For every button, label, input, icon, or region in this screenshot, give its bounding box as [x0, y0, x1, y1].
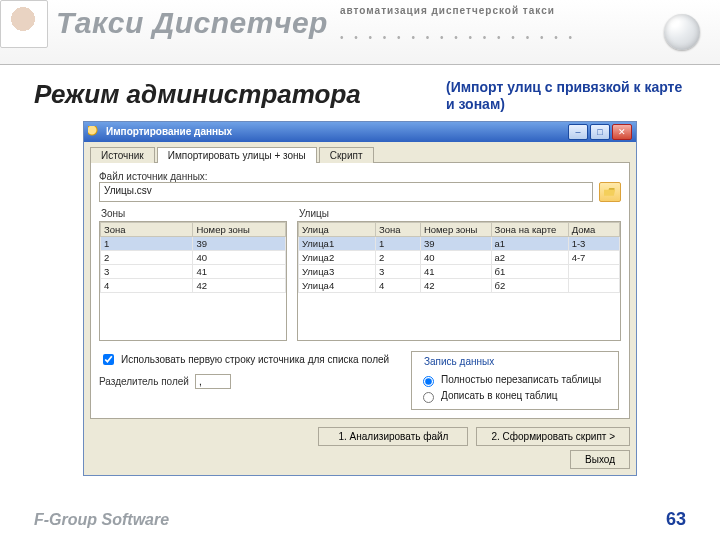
brand-tagline: автоматизация диспетчерской такси: [340, 5, 555, 16]
tab-script[interactable]: Скрипт: [319, 147, 374, 163]
analyze-button[interactable]: 1. Анализировать файл: [318, 427, 468, 446]
build-script-button[interactable]: 2. Сформировать скрипт >: [476, 427, 630, 446]
open-file-button[interactable]: [599, 182, 621, 202]
streets-col-houses[interactable]: Дома: [568, 222, 619, 236]
table-row[interactable]: Улица2240a24-7: [298, 250, 619, 264]
radio-append-row[interactable]: Дописать в конец таблиц: [418, 389, 610, 403]
streets-col-number[interactable]: Номер зоны: [420, 222, 491, 236]
window-icon: [88, 126, 100, 138]
firstrow-label: Использовать первую строку источника для…: [121, 354, 389, 365]
write-mode-group: Запись данных Полностью перезаписать таб…: [411, 351, 619, 410]
zones-col-zone[interactable]: Зона: [101, 222, 193, 236]
tab-import-streets-zones[interactable]: Импортировать улицы + зоны: [157, 147, 317, 163]
streets-table[interactable]: Улица Зона Номер зоны Зона на карте Дома…: [298, 222, 620, 293]
app-header: Такси Диспетчер автоматизация диспетчерс…: [0, 0, 720, 65]
zones-table-box: Зоны Зона Номер зоны 139 240 341 44: [99, 208, 287, 341]
table-row[interactable]: 442: [101, 278, 286, 292]
folder-open-icon: [604, 187, 616, 197]
file-label: Файл источник данных:: [99, 171, 621, 182]
table-row[interactable]: Улица1139a11-3: [298, 236, 619, 250]
zones-title: Зоны: [99, 208, 287, 219]
separator-label: Разделитель полей: [99, 376, 189, 387]
streets-col-mapzone[interactable]: Зона на карте: [491, 222, 568, 236]
footer-company: F-Group Software: [34, 511, 169, 529]
table-row[interactable]: Улица3341б1: [298, 264, 619, 278]
radio-append-label: Дописать в конец таблиц: [441, 390, 558, 401]
maximize-button[interactable]: □: [590, 124, 610, 140]
tab-source[interactable]: Источник: [90, 147, 155, 163]
streets-col-zone[interactable]: Зона: [375, 222, 420, 236]
tab-panel: Файл источник данных: Улицы.csv Зоны Зон…: [90, 162, 630, 419]
table-row[interactable]: 139: [101, 236, 286, 250]
zones-col-number[interactable]: Номер зоны: [193, 222, 285, 236]
table-row[interactable]: 341: [101, 264, 286, 278]
table-row[interactable]: Улица4442б2: [298, 278, 619, 292]
streets-table-box: Улицы Улица Зона Номер зоны Зона на карт…: [297, 208, 621, 341]
close-button[interactable]: ✕: [612, 124, 632, 140]
zones-table[interactable]: Зона Номер зоны 139 240 341 442: [100, 222, 286, 293]
window-titlebar[interactable]: Импортирование данных – □ ✕: [84, 122, 636, 142]
tabs-bar: Источник Импортировать улицы + зоны Скри…: [84, 142, 636, 162]
page-title: Режим администратора: [34, 79, 361, 110]
footer-page-number: 63: [666, 509, 686, 530]
brand-title: Такси Диспетчер: [56, 6, 328, 40]
page-subtitle: (Импорт улиц с привязкой к карте и зонам…: [446, 79, 686, 113]
radio-overwrite-row[interactable]: Полностью перезаписать таблицы: [418, 373, 610, 387]
streets-col-street[interactable]: Улица: [298, 222, 375, 236]
radio-overwrite-label: Полностью перезаписать таблицы: [441, 374, 601, 385]
firstrow-checkbox[interactable]: [103, 354, 114, 365]
radio-overwrite[interactable]: [423, 376, 434, 387]
streets-title: Улицы: [297, 208, 621, 219]
exit-button[interactable]: Выход: [570, 450, 630, 469]
write-mode-title: Запись данных: [422, 356, 496, 367]
minimize-button[interactable]: –: [568, 124, 588, 140]
radio-append[interactable]: [423, 392, 434, 403]
separator-input[interactable]: [195, 374, 231, 389]
table-row[interactable]: 240: [101, 250, 286, 264]
firstrow-checkbox-row[interactable]: Использовать первую строку источника для…: [99, 351, 399, 368]
window-title: Импортирование данных: [106, 126, 232, 137]
file-path-input[interactable]: Улицы.csv: [99, 182, 593, 202]
decorative-dots: • • • • • • • • • • • • • • • • •: [340, 32, 576, 43]
decorative-orb: [664, 14, 700, 50]
dialog-window: Импортирование данных – □ ✕ Источник Имп…: [83, 121, 637, 476]
